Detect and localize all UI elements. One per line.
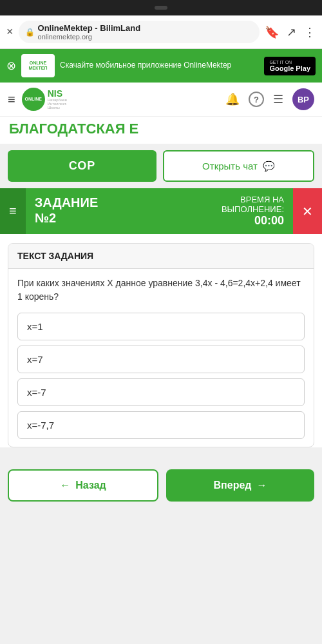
promo-logo: ONLINEМЕКТЕП	[21, 54, 55, 77]
bell-icon[interactable]: 🔔	[225, 92, 240, 106]
task-time-label-line1: ВРЕМЯ НА	[240, 195, 284, 204]
task-time-value: 00:00	[254, 214, 284, 228]
task-close-button[interactable]: ✕	[293, 188, 322, 234]
status-bar	[0, 0, 322, 15]
bookmark-icon[interactable]: 🔖	[265, 25, 279, 39]
browser-close-button[interactable]: ×	[6, 25, 14, 39]
camera-notch	[155, 6, 167, 10]
promo-close-button[interactable]: ⊗	[6, 59, 16, 73]
answer-option-2[interactable]: х=7	[17, 346, 305, 373]
promo-text: Скачайте мобильное приложение OnlineMekt…	[60, 61, 259, 71]
nav-icons: 🔔 ? ☰ BP	[225, 88, 314, 110]
google-play-name: Google Play	[269, 64, 310, 72]
task-card-header-title: ТЕКСТ ЗАДАНИЯ	[17, 251, 93, 261]
promo-banner: ⊗ ONLINEМЕКТЕП Скачайте мобильное прилож…	[0, 49, 322, 83]
forward-button[interactable]: Вперед →	[166, 469, 314, 502]
task-area: ≡ ЗАДАНИЕ№2 ВРЕМЯ НА ВЫПОЛНЕНИЕ: 00:00 ✕…	[0, 188, 322, 447]
nis-text: NIS	[48, 89, 67, 98]
cop-button[interactable]: СОР	[8, 150, 156, 182]
page-heading: БЛАГОДАТСКАЯ Е	[0, 117, 322, 144]
answer-option-3[interactable]: х=-7	[17, 378, 305, 406]
task-question: При каких значениях X данное уравнение 3…	[17, 277, 305, 304]
browser-bar: × 🔒 OnlineMektep - BilimLand onlinemekte…	[0, 15, 322, 49]
task-header-bar: ≡ ЗАДАНИЕ№2 ВРЕМЯ НА ВЫПОЛНЕНИЕ: 00:00 ✕	[0, 188, 322, 234]
app-nav-bar: ≡ ONLINE NIS НазарбаевИнтеллект.Школы 🔔 …	[0, 83, 322, 117]
browser-title-block: OnlineMektep - BilimLand onlinemektep.or…	[38, 23, 141, 41]
google-play-button[interactable]: GET IT ON Google Play	[264, 57, 316, 75]
lock-icon: 🔒	[25, 28, 35, 37]
page-heading-title: БЛАГОДАТСКАЯ Е	[9, 121, 313, 137]
task-card-body: При каких значениях X данное уравнение 3…	[8, 269, 314, 447]
nis-subtitle: НазарбаевИнтеллект.Школы	[48, 98, 67, 110]
google-play-label: GET IT ON	[269, 60, 292, 64]
help-icon[interactable]: ?	[249, 92, 264, 107]
task-card-header: ТЕКСТ ЗАДАНИЯ	[8, 244, 314, 269]
browser-site-url: onlinemektep.org	[38, 33, 141, 41]
chat-icon: 💬	[263, 161, 275, 172]
answer-option-1[interactable]: х=1	[17, 313, 305, 340]
task-number-block: ЗАДАНИЕ№2	[35, 195, 99, 226]
share-icon[interactable]: ↗	[287, 25, 296, 39]
nav-buttons: ← Назад Вперед →	[0, 456, 322, 512]
promo-logo-text: ONLINEМЕКТЕП	[29, 61, 48, 70]
task-menu-icon: ≡	[9, 204, 17, 219]
task-close-icon: ✕	[302, 204, 313, 219]
forward-arrow-icon: →	[256, 480, 267, 491]
browser-actions: 🔖 ↗ ⋮	[265, 25, 316, 39]
open-chat-button[interactable]: Открыть чат 💬	[163, 150, 314, 182]
online-mektep-logo: ONLINE	[22, 88, 45, 111]
task-menu-button[interactable]: ≡	[0, 188, 26, 234]
cop-chat-row: СОР Открыть чат 💬	[0, 144, 322, 188]
nav-logo-group: ONLINE NIS НазарбаевИнтеллект.Школы	[22, 88, 219, 111]
task-header-inner: ЗАДАНИЕ№2 ВРЕМЯ НА ВЫПОЛНЕНИЕ: 00:00	[35, 195, 284, 228]
browser-site-title: OnlineMektep - BilimLand	[38, 23, 141, 33]
back-button-label: Назад	[75, 480, 106, 491]
task-number: ЗАДАНИЕ№2	[35, 195, 99, 226]
task-time-block: ВРЕМЯ НА ВЫПОЛНЕНИЕ: 00:00	[222, 195, 284, 228]
browser-url-box[interactable]: 🔒 OnlineMektep - BilimLand onlinemektep.…	[19, 21, 260, 43]
answer-option-4[interactable]: х=-7,7	[17, 411, 305, 439]
user-avatar[interactable]: BP	[292, 88, 314, 110]
hamburger-menu-icon[interactable]: ≡	[8, 92, 15, 107]
task-card: ТЕКСТ ЗАДАНИЯ При каких значениях X данн…	[8, 243, 314, 447]
more-icon[interactable]: ⋮	[304, 25, 316, 39]
back-arrow-icon: ←	[60, 480, 70, 491]
forward-button-label: Вперед	[214, 480, 252, 491]
list-icon[interactable]: ☰	[273, 92, 283, 106]
back-button[interactable]: ← Назад	[8, 469, 158, 502]
task-header-info: ЗАДАНИЕ№2 ВРЕМЯ НА ВЫПОЛНЕНИЕ: 00:00	[26, 188, 293, 234]
nis-logo: NIS НазарбаевИнтеллект.Школы	[48, 89, 67, 110]
task-time-label-line2: ВЫПОЛНЕНИЕ:	[222, 204, 284, 214]
chat-button-label: Открыть чат	[202, 161, 258, 171]
